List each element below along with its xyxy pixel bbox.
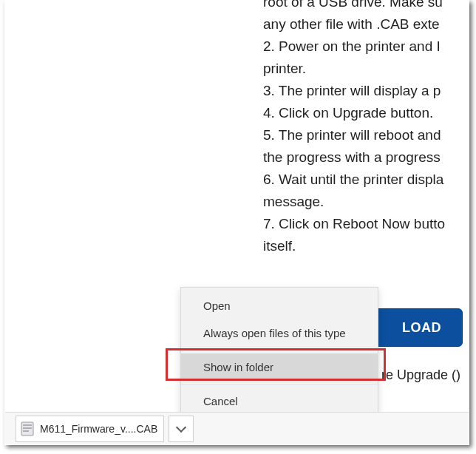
context-menu: Open Always open files of this type Show… xyxy=(180,287,378,420)
instruction-line: 4. Click on Upgrade button. xyxy=(263,102,476,124)
upgrade-caption: re Upgrade () xyxy=(381,367,460,383)
instruction-line: message. xyxy=(263,191,476,213)
download-button-label: LOAD xyxy=(402,320,441,336)
menu-cancel[interactable]: Cancel xyxy=(181,387,378,415)
download-bar: M611_Firmware_v....CAB xyxy=(5,412,469,444)
instruction-line: any other file with .CAB exte xyxy=(263,13,476,35)
instruction-line: 2. Power on the printer and I xyxy=(263,35,476,58)
instruction-line: 3. The printer will display a p xyxy=(263,80,476,102)
download-item[interactable]: M611_Firmware_v....CAB xyxy=(16,416,164,442)
svg-rect-2 xyxy=(23,427,32,429)
menu-show-in-folder[interactable]: Show in folder xyxy=(181,353,378,381)
instruction-line: root of a USB drive. Make su xyxy=(263,0,476,13)
download-item-menu-button[interactable] xyxy=(169,416,194,442)
instruction-line: 6. Wait until the printer displa xyxy=(263,169,476,191)
menu-open[interactable]: Open xyxy=(181,292,378,319)
menu-always-open[interactable]: Always open files of this type xyxy=(181,319,378,347)
instruction-line: itself. xyxy=(263,235,476,257)
instruction-line: 7. Click on Reboot Now butto xyxy=(263,213,476,235)
instruction-line: printer. xyxy=(263,58,476,80)
svg-rect-1 xyxy=(23,424,32,426)
instruction-text: root of a USB drive. Make su any other f… xyxy=(263,0,476,257)
svg-rect-3 xyxy=(23,430,29,432)
instruction-line: 5. The printer will reboot and xyxy=(263,124,476,146)
instruction-line: the progress with a progress xyxy=(263,146,476,169)
window-frame: root of a USB drive. Make su any other f… xyxy=(4,0,469,445)
file-icon xyxy=(21,421,34,436)
menu-separator xyxy=(181,350,378,350)
menu-separator xyxy=(181,384,378,384)
download-filename: M611_Firmware_v....CAB xyxy=(40,423,157,435)
chevron-down-icon xyxy=(176,421,186,432)
